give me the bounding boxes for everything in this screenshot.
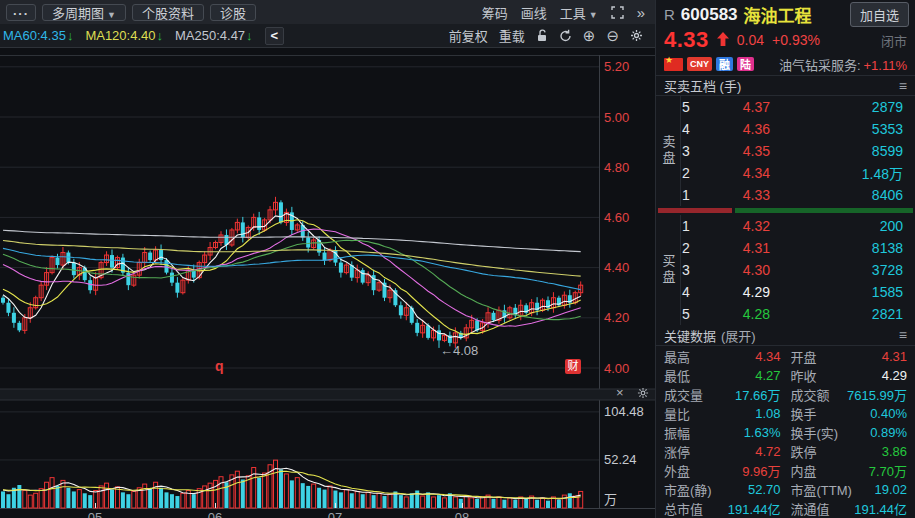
level: 3	[682, 143, 702, 159]
price-change: 0.04	[737, 32, 764, 48]
orderbook-row[interactable]: 14.32200	[682, 215, 915, 237]
keydata-item: 市盈(TTM)19.02	[791, 480, 908, 499]
margin-trading-badge[interactable]: 融	[716, 57, 733, 71]
margin-flag-label: R	[664, 6, 675, 23]
orderbook-header: 买卖五档 (手) ≡	[656, 76, 915, 96]
legend-item-ma60[interactable]: MA60:4.35↓	[3, 28, 73, 43]
orderbook-row[interactable]: 24.318138	[682, 237, 915, 259]
fullscreen-icon[interactable]	[611, 6, 624, 19]
news-badge[interactable]: 财	[565, 359, 581, 374]
keydata-item: 换手0.40%	[791, 404, 908, 423]
tab-stock-info[interactable]: 个股资料	[132, 4, 204, 21]
keydata-item: 涨停4.72	[664, 442, 781, 461]
svg-text:07: 07	[328, 510, 342, 518]
unlock-icon[interactable]	[536, 29, 548, 42]
volume: 200	[770, 218, 915, 234]
level: 5	[682, 306, 702, 322]
keydata-expand-label[interactable]: (展开)	[721, 326, 756, 345]
adjust-mode-button[interactable]: 前复权	[449, 26, 488, 45]
volume: 1585	[770, 284, 915, 300]
undo-icon[interactable]	[559, 29, 572, 42]
hk-connect-badge[interactable]: 陆	[737, 57, 754, 71]
tools-button[interactable]: 工具▼	[560, 3, 598, 22]
orderbook-row[interactable]: 44.365353	[682, 118, 915, 140]
legend-item-ma120[interactable]: MA120:4.40↓	[85, 28, 163, 43]
keydata-label: 成交量	[664, 385, 703, 404]
price-change-pct: +0.93%	[772, 32, 820, 48]
draw-line-button[interactable]: 画线	[521, 3, 547, 22]
buy-ratio-segment	[658, 208, 732, 213]
price: 4.29	[702, 284, 770, 300]
keydata-value: 4.72	[755, 444, 780, 459]
down-arrow-icon: ↓	[67, 28, 74, 43]
flag-star: ★	[665, 55, 673, 65]
svg-text:52.24: 52.24	[604, 452, 637, 467]
zoom-in-icon[interactable]: ⊕	[583, 28, 596, 43]
orderbook-row[interactable]: 24.341.48万	[682, 162, 915, 184]
keydata-label: 昨收	[791, 366, 817, 385]
keydata-item: 开盘4.31	[791, 347, 908, 366]
settings-gear-icon[interactable]	[630, 29, 643, 42]
zoom-out-icon[interactable]: ⊖	[606, 28, 619, 43]
price-chart[interactable]: 5.205.004.804.604.404.204.00104.4852.24万…	[0, 48, 655, 518]
keydata-menu-icon[interactable]: ≡	[899, 327, 907, 343]
keydata-value: 4.31	[882, 349, 907, 364]
keydata-label: 市盈(TTM)	[791, 480, 852, 499]
volume-pane-settings-icon[interactable]	[637, 387, 649, 402]
price: 4.36	[702, 121, 770, 137]
keydata-value: 4.34	[755, 349, 780, 364]
legend-item-ma250[interactable]: MA250:4.47↓	[175, 28, 253, 43]
level: 4	[682, 284, 702, 300]
keydata-label: 最高	[664, 347, 690, 366]
orderbook-row[interactable]: 34.358599	[682, 140, 915, 162]
app-window: { "colors":{"up":"#ef3434","down":"#3ed2…	[0, 0, 915, 518]
china-flag-icon: ★	[664, 58, 683, 71]
keydata-item: 市盈(静)52.70	[664, 480, 781, 499]
orderbook-row[interactable]: 54.372879	[682, 96, 915, 118]
sector-link[interactable]: 油气钻采服务:+1.11%	[779, 55, 907, 74]
tab-diagnosis[interactable]: 诊股	[210, 4, 256, 21]
keydata-title: 关键数据	[664, 326, 716, 345]
volume: 2821	[770, 306, 915, 322]
price: 4.28	[702, 306, 770, 322]
collapse-panel-icon[interactable]: »	[637, 4, 645, 21]
keydata-item: 外盘9.96万	[664, 461, 781, 480]
svg-text:5.20: 5.20	[604, 59, 629, 74]
chips-button[interactable]: 筹码	[482, 3, 508, 22]
cny-badge[interactable]: CNY	[687, 57, 712, 71]
keydata-value: 191.44亿	[728, 499, 781, 518]
price: 4.33	[702, 187, 770, 203]
buy-side-label: 买盘	[656, 215, 681, 325]
legend-scroll-left-button[interactable]: <	[265, 27, 285, 45]
tab-multi-period-label: 多周期图	[52, 6, 104, 21]
buy-rows: 14.3220024.31813834.30372844.29158554.28…	[682, 215, 915, 325]
price: 4.32	[702, 218, 770, 234]
keydata-value: 9.96万	[742, 461, 780, 480]
orderbook-row[interactable]: 54.282821	[682, 303, 915, 325]
keydata-item: 最高4.34	[664, 347, 781, 366]
orderbook-row[interactable]: 34.303728	[682, 259, 915, 281]
ma-line-20	[3, 229, 581, 326]
keydata-label: 换手(实)	[791, 423, 839, 442]
volume-pane-close-icon[interactable]: ×	[616, 386, 624, 399]
more-options-button[interactable]: ···	[6, 4, 36, 21]
keydata-label: 振幅	[664, 423, 690, 442]
keydata-label: 流通值	[791, 499, 830, 518]
volume: 8599	[770, 143, 915, 159]
orderbook-row[interactable]: 14.338406	[682, 184, 915, 206]
add-watchlist-button[interactable]: 加自选	[850, 2, 909, 27]
chart-panel: ··· 多周期图▼ 个股资料 诊股 筹码 画线 工具▼ » MA60:4.35↓…	[0, 0, 655, 518]
orderbook-menu-icon[interactable]: ≡	[899, 78, 907, 94]
keydata-value: 7615.99万	[847, 385, 907, 404]
keydata-item: 振幅1.63%	[664, 423, 781, 442]
keydata-value: 17.66万	[735, 385, 781, 404]
orderbook-row[interactable]: 44.291585	[682, 281, 915, 303]
reload-button[interactable]: 重载	[499, 26, 525, 45]
keydata-value: 4.29	[882, 368, 907, 383]
quote-side-panel: R 600583 海油工程 加自选 4.33 0.04 +0.93% 闭市 ★ …	[655, 0, 915, 518]
ma60-label: MA60:4.35	[3, 28, 66, 43]
tab-multi-period[interactable]: 多周期图▼	[42, 4, 126, 21]
ma120-label: MA120:4.40	[85, 28, 155, 43]
keydata-label: 量比	[664, 404, 690, 423]
keydata-item: 量比1.08	[664, 404, 781, 423]
